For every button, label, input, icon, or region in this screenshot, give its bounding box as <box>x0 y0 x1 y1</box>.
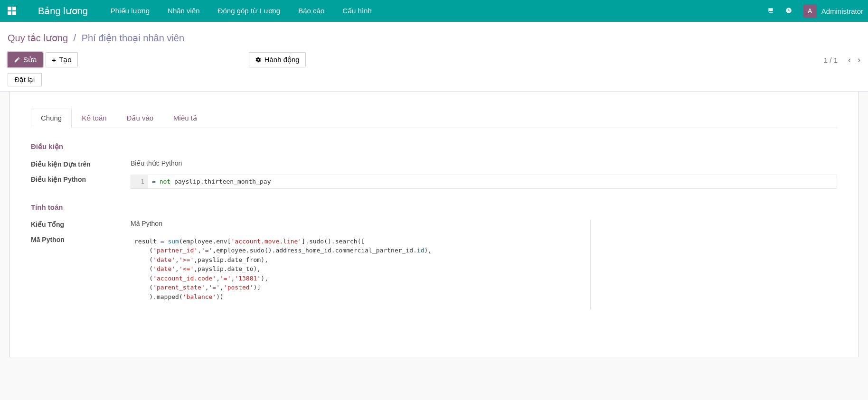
main-menu: Phiếu lương Nhân viên Đóng góp từ Lương … <box>111 7 372 15</box>
user-name: Administrator <box>821 7 863 15</box>
tab-general[interactable]: Chung <box>31 109 72 128</box>
breadcrumb: Quy tắc lương / Phí điện thoại nhân viên <box>8 32 860 44</box>
create-button-label: Tạo <box>59 56 72 64</box>
reset-button[interactable]: Đặt lại <box>8 73 42 86</box>
edit-button-label: Sửa <box>23 56 37 64</box>
compute-python-code: result = sum(employee.env['account.move.… <box>131 235 590 304</box>
tab-inputs[interactable]: Đầu vào <box>117 109 164 128</box>
apps-icon[interactable] <box>8 7 16 15</box>
menu-employees[interactable]: Nhân viên <box>168 7 200 15</box>
avatar: A <box>803 4 817 18</box>
pager-next[interactable]: › <box>858 55 860 65</box>
label-python-code: Mã Python <box>31 235 131 304</box>
app-brand[interactable]: Bảng lương <box>38 5 88 17</box>
action-button-label: Hành động <box>264 56 300 64</box>
pager-prev[interactable]: ‹ <box>848 55 851 65</box>
label-condition-based-on: Điều kiện Dựa trên <box>31 159 131 168</box>
menu-contrib[interactable]: Đóng góp từ Lương <box>218 7 281 15</box>
control-panel: Quy tắc lương / Phí điện thoại nhân viên… <box>0 22 868 92</box>
gear-icon <box>255 56 262 63</box>
tab-accounting[interactable]: Kế toán <box>72 109 116 128</box>
breadcrumb-sep: / <box>74 33 76 43</box>
activities-icon[interactable] <box>785 6 792 16</box>
user-menu[interactable]: A Administrator <box>803 4 863 18</box>
pencil-icon <box>14 56 20 63</box>
edit-button[interactable]: Sửa <box>8 52 43 67</box>
pager-text: 1 / 1 <box>824 56 838 64</box>
label-amount-type: Kiểu Tổng <box>31 220 131 228</box>
tabs: Chung Kế toán Đầu vào Miêu tả <box>31 109 837 128</box>
value-amount-type: Mã Python <box>131 220 590 228</box>
section-condition-title: Điều kiện <box>31 142 837 151</box>
breadcrumb-current: Phí điện thoại nhân viên <box>82 33 184 43</box>
form-sheet: Chung Kế toán Đầu vào Miêu tả Điều kiện … <box>9 92 859 357</box>
tab-description[interactable]: Miêu tả <box>163 109 207 128</box>
section-compute-title: Tính toán <box>31 203 837 211</box>
create-button[interactable]: + Tạo <box>46 52 77 67</box>
breadcrumb-parent[interactable]: Quy tắc lương <box>8 33 68 43</box>
menu-config[interactable]: Cấu hình <box>342 7 372 15</box>
top-navbar: Bảng lương Phiếu lương Nhân viên Đóng gó… <box>0 0 868 22</box>
menu-payslips[interactable]: Phiếu lương <box>111 7 150 15</box>
value-condition-based-on: Biểu thức Python <box>131 159 837 168</box>
action-button[interactable]: Hành động <box>249 52 306 67</box>
condition-python-code: 1 = not payslip.thirteen_month_pay <box>131 175 837 189</box>
label-condition-python: Điều kiện Python <box>31 175 131 189</box>
discuss-icon[interactable] <box>767 6 774 16</box>
plus-icon: + <box>52 56 56 64</box>
menu-reports[interactable]: Báo cáo <box>298 7 324 15</box>
